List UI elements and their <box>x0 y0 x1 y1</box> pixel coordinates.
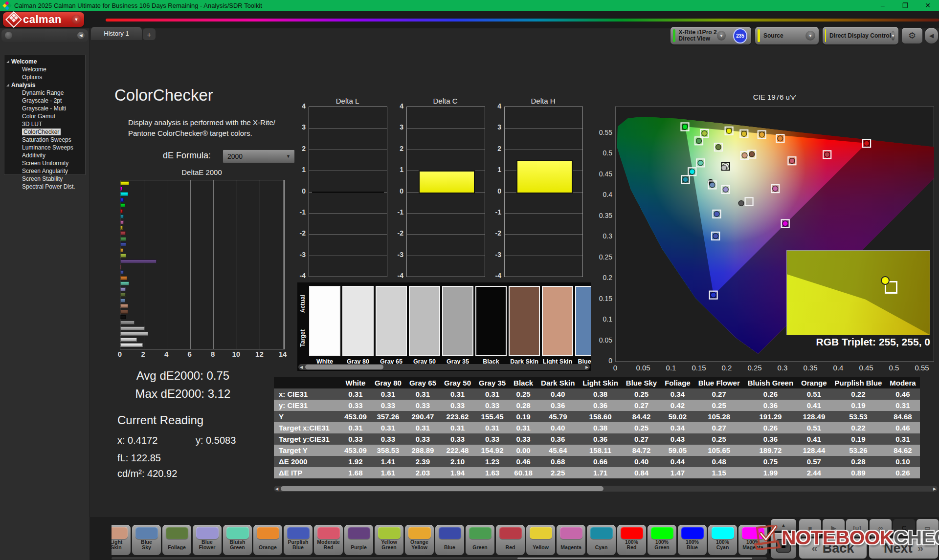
patch-button-cyan[interactable]: Cyan <box>587 525 616 555</box>
patch-button-purplish-blue[interactable]: PurplishBlue <box>284 525 313 555</box>
calman-menu-arrow-icon[interactable]: ▼ <box>71 15 81 24</box>
patch-button-100-blue[interactable]: 100%Blue <box>678 525 707 555</box>
patch-button-100-cyan[interactable]: 100%Cyan <box>708 525 737 555</box>
scroll-right-icon[interactable]: ▶ <box>584 364 590 370</box>
close-button[interactable]: ✕ <box>917 0 939 11</box>
patch-button-yellow-green[interactable]: YellowGreen <box>375 525 403 555</box>
patch-button-yellow[interactable]: Yellow <box>526 525 555 555</box>
patch-button-blue-flower[interactable]: BlueFlower <box>193 525 222 555</box>
patch-label: 100%Yellow <box>769 539 770 550</box>
patch-button-foliage[interactable]: Foliage <box>162 525 191 555</box>
patch-button-bluish-green[interactable]: BluishGreen <box>223 525 252 555</box>
sidebar-group-analysis[interactable]: Analysis <box>4 81 85 89</box>
patch-label: Green <box>466 539 494 550</box>
sidebar-item-spectral-power-dist-[interactable]: Spectral Power Dist. <box>4 183 85 191</box>
patch-button-blue[interactable]: Blue <box>435 525 464 555</box>
sidebar-item-luminance-sweeps[interactable]: Luminance Sweeps <box>4 144 85 151</box>
gridline <box>283 180 284 349</box>
patch-button-purple[interactable]: Purple <box>344 525 373 555</box>
minimize-button[interactable]: – <box>872 0 894 11</box>
patch-button-100-green[interactable]: 100%Green <box>648 525 676 555</box>
delta-bar <box>312 192 384 193</box>
sidebar-item-screen-stability[interactable]: Screen Stability <box>4 175 85 183</box>
patch-button-100-red[interactable]: 100%Red <box>617 525 646 555</box>
source-dropdown-arrow-icon[interactable]: ▼ <box>805 31 815 41</box>
source-status-bar <box>758 29 760 42</box>
cie-y-tick: 0.15 <box>594 295 612 302</box>
sidebar-item-color-gamut[interactable]: Color Gamut <box>4 112 85 120</box>
sidebar-group-welcome[interactable]: Welcome <box>4 58 85 65</box>
patch-button-orange[interactable]: Orange <box>253 525 282 555</box>
settings-gear-button[interactable]: ⚙ <box>902 28 922 43</box>
patch-button-blue-sky[interactable]: BlueSky <box>132 525 161 555</box>
display-control-dropdown[interactable]: Direct Display Control ▼ <box>823 27 898 44</box>
deltae-bar-blue-sky <box>120 299 125 302</box>
scroll-left-icon[interactable]: ◀ <box>298 364 304 370</box>
table-row: ΔE 20001.921.412.392.101.230.460.680.660… <box>274 456 920 467</box>
transport-mini-button-0[interactable]: ■ <box>799 519 821 537</box>
de-formula-select[interactable]: 2000 ▼ <box>223 150 295 163</box>
tab-add-button[interactable]: + <box>143 28 156 40</box>
expander-icon[interactable] <box>6 60 9 63</box>
sidebar-item-colorchecker[interactable]: ColorChecker <box>4 128 85 136</box>
cie-measured-dot <box>741 131 747 136</box>
scroll-right-icon[interactable]: ▶ <box>932 486 938 492</box>
calman-menu-button[interactable]: calman ▼ <box>3 12 84 27</box>
transport-mini-button-5[interactable]: ▭ <box>917 519 939 537</box>
restore-button[interactable]: ❐ <box>894 0 917 11</box>
patch-label: 100%Green <box>648 539 676 550</box>
next-button[interactable]: Next » <box>869 538 938 559</box>
sidebar-item-grayscale-2pt[interactable]: Grayscale - 2pt <box>4 97 85 105</box>
table-scrollbar[interactable]: ◀ ▶ <box>274 486 938 492</box>
meter-dropdown[interactable]: X-Rite i1Pro 2 Direct View ▼ 235 <box>671 27 751 44</box>
table-scroll-thumb[interactable] <box>281 486 604 491</box>
transport-mini-button-2[interactable]: [u] <box>846 519 868 537</box>
stop-measure-button[interactable]: ■ <box>771 533 796 559</box>
patch-button-red[interactable]: Red <box>496 525 525 555</box>
sidebar-item-screen-angularity[interactable]: Screen Angularity <box>4 167 85 175</box>
sidebar-item-welcome[interactable]: Welcome <box>4 65 85 73</box>
sidebar-knob-icon[interactable] <box>5 32 12 39</box>
patch-swatch <box>135 527 158 539</box>
expander-icon[interactable] <box>6 84 9 86</box>
tab-history-1[interactable]: History 1 <box>91 27 142 40</box>
transport-mini-button-3[interactable]: ∞ <box>870 519 892 537</box>
sidebar-item-grayscale-multi[interactable]: Grayscale - Multi <box>4 105 85 112</box>
transport-mini-button-1[interactable]: ▶ <box>823 519 845 537</box>
swatch-scrollbar[interactable]: ◀ ▶ <box>298 364 590 370</box>
patch-scroll-thumb[interactable] <box>517 558 752 559</box>
delta-y-tick: -3 <box>391 251 403 258</box>
patch-button-100-yellow[interactable]: 100%Yellow <box>769 525 770 555</box>
patch-button-light-skin[interactable]: LightSkin <box>112 525 131 555</box>
scroll-left-icon[interactable]: ◀ <box>274 486 280 492</box>
sidebar-item-options[interactable]: Options <box>4 73 85 81</box>
patch-scroll-up-button[interactable]: ▲ <box>771 519 796 531</box>
meter-badge[interactable]: 235 <box>733 28 747 43</box>
meter-dropdown-arrow-icon[interactable]: ▼ <box>717 31 726 41</box>
sidebar-item-dynamic-range[interactable]: Dynamic Range <box>4 89 85 97</box>
transport-mini-button-4[interactable]: C <box>893 519 915 537</box>
delta-y-tick: 3 <box>391 123 403 131</box>
toolbar-collapse-button[interactable]: ◀ <box>925 28 938 43</box>
table-row: y: CIE310.330.330.330.330.330.280.360.36… <box>274 400 920 411</box>
display-control-dropdown-arrow-icon[interactable]: ▼ <box>891 31 895 41</box>
back-button[interactable]: « Back <box>799 538 867 559</box>
swatch-scroll-thumb[interactable] <box>305 365 383 369</box>
sidebar-item-saturation-sweeps[interactable]: Saturation Sweeps <box>4 136 85 144</box>
patch-button-moderate-red[interactable]: ModerateRed <box>314 525 343 555</box>
deltae-bar-chart <box>120 180 285 349</box>
patch-button-magenta[interactable]: Magenta <box>557 525 585 555</box>
delta-y-tick: -2 <box>293 229 306 237</box>
patch-button-green[interactable]: Green <box>466 525 494 555</box>
patch-swatch <box>712 527 734 539</box>
stop-icon: ■ <box>776 539 791 553</box>
deltae-bar-100-magenta <box>120 187 122 191</box>
sidebar-item-additivity[interactable]: Additivity <box>4 151 85 159</box>
sidebar-item-3d-lut[interactable]: 3D LUT <box>4 120 85 128</box>
source-dropdown[interactable]: Source ▼ <box>755 27 819 44</box>
patch-scrollbar[interactable] <box>112 557 767 560</box>
patch-button-100-magenta[interactable]: 100%Magenta <box>738 525 767 555</box>
sidebar-item-screen-uniformity[interactable]: Screen Uniformity <box>4 159 85 167</box>
patch-button-orange-yellow[interactable]: OrangeYellow <box>405 525 434 555</box>
sidebar-collapse-icon[interactable]: ◀ <box>77 32 85 39</box>
